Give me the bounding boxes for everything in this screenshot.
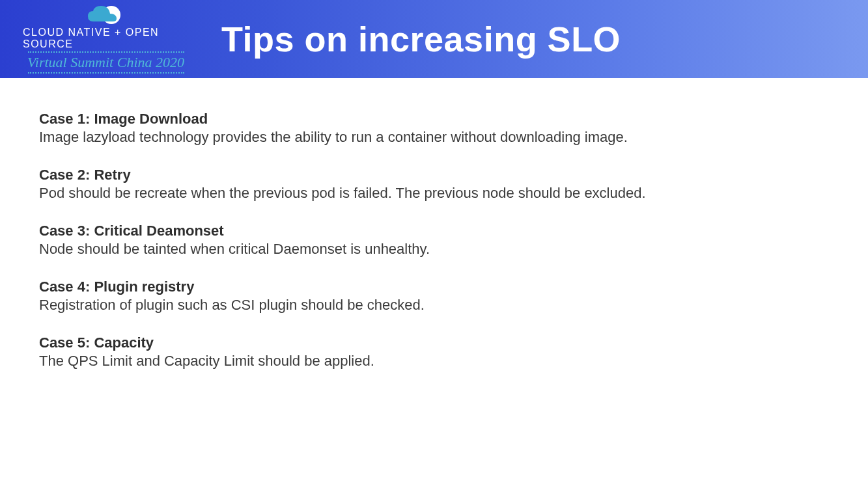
slide-title: Tips on increasing SLO xyxy=(221,19,621,59)
case-body: Node should be tainted when critical Dae… xyxy=(39,241,868,258)
case-heading: Case 4: Plugin registry xyxy=(39,278,868,295)
slide-header: CLOUD NATIVE + OPEN SOURCE Virtual Summi… xyxy=(0,0,868,78)
logo-text-primary: CLOUD NATIVE + OPEN SOURCE xyxy=(23,27,189,50)
case-heading: Case 5: Capacity xyxy=(39,334,868,351)
case-body: The QPS Limit and Capacity Limit should … xyxy=(39,353,868,370)
case-item: Case 5: Capacity The QPS Limit and Capac… xyxy=(39,334,868,370)
divider xyxy=(28,51,184,53)
case-heading: Case 3: Critical Deamonset xyxy=(39,223,868,239)
case-body: Pod should be recreate when the previous… xyxy=(39,185,868,202)
case-item: Case 2: Retry Pod should be recreate whe… xyxy=(39,167,868,202)
case-body: Registration of plugin such as CSI plugi… xyxy=(39,297,868,314)
event-logo: CLOUD NATIVE + OPEN SOURCE Virtual Summi… xyxy=(0,3,189,75)
cloud-icon xyxy=(87,3,126,24)
logo-text-secondary: Virtual Summit China 2020 xyxy=(27,54,184,71)
slide-content: Case 1: Image Download Image lazyload te… xyxy=(0,78,868,370)
case-item: Case 4: Plugin registry Registration of … xyxy=(39,278,868,314)
case-item: Case 1: Image Download Image lazyload te… xyxy=(39,111,868,146)
case-heading: Case 2: Retry xyxy=(39,167,868,183)
case-heading: Case 1: Image Download xyxy=(39,111,868,128)
case-item: Case 3: Critical Deamonset Node should b… xyxy=(39,223,868,258)
case-body: Image lazyload technology provides the a… xyxy=(39,129,868,146)
divider xyxy=(28,72,184,74)
